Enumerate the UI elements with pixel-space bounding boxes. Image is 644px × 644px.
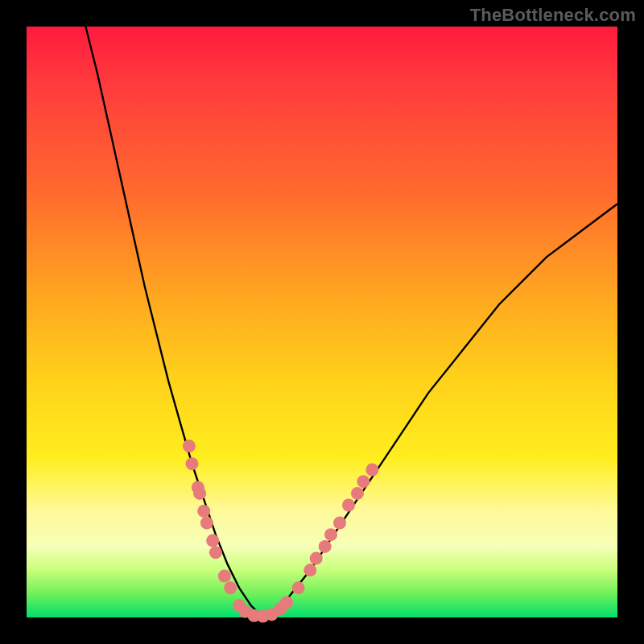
data-marker bbox=[292, 581, 305, 594]
bottleneck-curve bbox=[85, 27, 617, 617]
data-marker bbox=[218, 570, 231, 583]
data-markers bbox=[183, 440, 379, 622]
watermark-text: TheBottleneck.com bbox=[470, 5, 636, 26]
data-marker bbox=[193, 487, 206, 500]
data-marker bbox=[186, 457, 199, 470]
data-marker bbox=[351, 487, 364, 500]
data-marker bbox=[280, 597, 293, 609]
plot-area bbox=[27, 27, 617, 617]
data-marker bbox=[319, 540, 332, 553]
data-marker bbox=[333, 517, 346, 530]
data-marker bbox=[342, 499, 355, 512]
data-marker bbox=[206, 535, 219, 547]
data-marker bbox=[310, 552, 323, 565]
data-marker bbox=[365, 464, 378, 477]
data-marker bbox=[324, 528, 337, 541]
data-marker bbox=[200, 517, 213, 530]
chart-frame: TheBottleneck.com bbox=[0, 0, 644, 644]
data-marker bbox=[357, 475, 369, 488]
data-marker bbox=[197, 505, 210, 518]
data-marker bbox=[303, 564, 316, 576]
chart-svg bbox=[27, 27, 617, 617]
data-marker bbox=[209, 546, 222, 559]
data-marker bbox=[183, 440, 196, 452]
data-marker bbox=[224, 581, 237, 594]
